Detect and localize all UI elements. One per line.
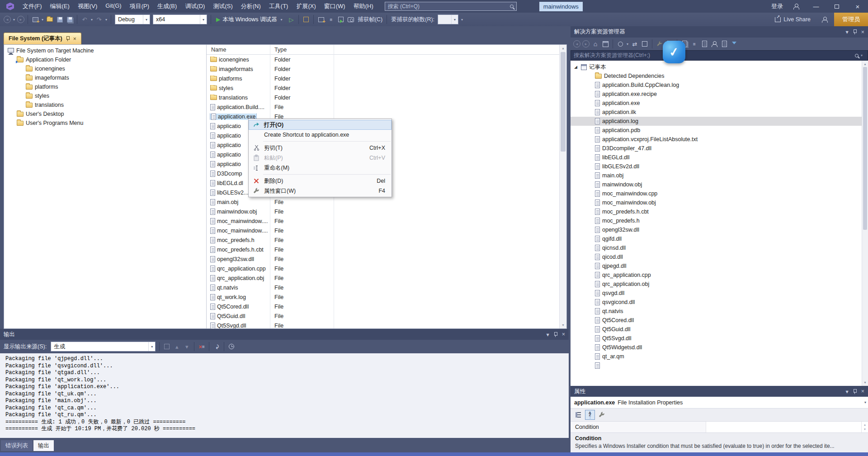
pin-icon[interactable]	[853, 389, 857, 394]
menu-item-13[interactable]: 帮助(H)	[349, 0, 377, 13]
context-menu-item[interactable]: 删除(D)Del	[249, 176, 392, 186]
solution-tree-item[interactable]: moc_predefs.h.cbt	[571, 207, 868, 216]
fs-tree-item[interactable]: iconengines	[4, 64, 206, 73]
tab-file-system[interactable]: File System (记事本)	[4, 33, 81, 44]
fs-tree-item[interactable]: translations	[4, 100, 206, 109]
solution-tree-item[interactable]: qgifd.dll	[571, 234, 868, 243]
redo-dropdown[interactable]	[104, 18, 108, 22]
file-list-row[interactable]: qrc_application.objFile	[207, 273, 559, 283]
file-list-row[interactable]: iconenginesFolder	[207, 55, 559, 64]
solution-tree-item[interactable]: moc_predefs.h	[571, 216, 868, 225]
menu-item-10[interactable]: 工具(T)	[265, 0, 292, 13]
solution-tree-item[interactable]: opengl32sw.dll	[571, 225, 868, 234]
file-list-row[interactable]: moc_mainwindow....File	[207, 226, 559, 235]
timestamp-button[interactable]	[226, 342, 236, 352]
solution-platform-combo[interactable]: x64	[153, 14, 207, 24]
solution-tree-item[interactable]: Qt5Widgetsd.dll	[571, 343, 868, 352]
context-menu-item[interactable]: 剪切(T)Ctrl+X	[249, 143, 392, 153]
navigate-back-dropdown[interactable]	[12, 18, 16, 22]
menu-item-7[interactable]: 调试(D)	[181, 0, 209, 13]
window-position-icon[interactable]	[845, 28, 848, 35]
solution-tree-item[interactable]: libEGLd.dll	[571, 153, 868, 162]
column-header-type[interactable]: Type	[270, 47, 287, 53]
edit-file-button[interactable]	[719, 39, 729, 49]
context-menu-item[interactable]: 粘贴(P)Ctrl+V	[249, 153, 392, 163]
menu-item-6[interactable]: 生成(B)	[153, 0, 181, 13]
find-message-button[interactable]	[162, 342, 172, 352]
solution-tree-item[interactable]: application.vcxproj.FileListAbsolute.txt	[571, 135, 868, 144]
window-layout-button[interactable]	[316, 14, 326, 24]
start-without-debugging-button[interactable]: ▷	[286, 14, 296, 24]
quick-search-box[interactable]: 搜索 (Ctrl+Q)	[385, 2, 517, 11]
build-selection-button[interactable]	[336, 14, 346, 24]
context-menu-item[interactable]: Create Shortcut to application.exe	[249, 130, 392, 140]
menu-item-4[interactable]: Git(G)	[101, 0, 125, 13]
tab-错误列表[interactable]: 错误列表	[1, 440, 33, 451]
next-message-button[interactable]	[182, 342, 192, 352]
file-list-row[interactable]: main.objFile	[207, 197, 559, 207]
menu-item-12[interactable]: 窗口(W)	[320, 0, 349, 13]
solution-tree-item[interactable]: qjpegd.dll	[571, 261, 868, 271]
file-list-row[interactable]: stylesFolder	[207, 83, 559, 93]
solution-tree-item[interactable]: qsvgicond.dll	[571, 298, 868, 307]
output-source-combo[interactable]: 生成	[51, 342, 156, 352]
file-list-row[interactable]: translationsFolder	[207, 93, 559, 102]
floating-overlay-badge[interactable]	[663, 41, 685, 63]
scroll-up-icon[interactable]	[560, 45, 566, 52]
categorized-button[interactable]	[573, 410, 583, 420]
pin-icon[interactable]	[853, 29, 857, 34]
solution-tree-item[interactable]: Qt5Svgd.dll	[571, 334, 868, 343]
capture-frame-button[interactable]	[346, 14, 356, 24]
scroll-up-icon[interactable]	[862, 61, 868, 67]
menu-item-2[interactable]: 编辑(E)	[46, 0, 74, 13]
user-profile-icon[interactable]	[793, 4, 799, 10]
sign-in-button[interactable]: 登录	[768, 2, 787, 10]
context-menu-item[interactable]: 属性窗口(W)F4	[249, 186, 392, 196]
list-view-button[interactable]	[326, 14, 336, 24]
file-list-row[interactable]: qt.natvisFile	[207, 283, 559, 292]
solution-tree-item[interactable]: application.Build.CppClean.log	[571, 81, 868, 90]
context-menu-item[interactable]: 重命名(M)	[249, 163, 392, 173]
new-project-button[interactable]	[30, 14, 40, 24]
property-grid-scrollbar[interactable]	[861, 422, 868, 432]
properties-header[interactable]: 属性	[571, 386, 868, 397]
file-list-row[interactable]: Qt5Guid.dllFile	[207, 311, 559, 321]
solution-explorer-header[interactable]: 解决方案资源管理器	[571, 26, 868, 38]
close-button[interactable]	[847, 0, 868, 13]
fs-tree-item[interactable]: User's Programs Menu	[4, 119, 206, 128]
solution-tree-item[interactable]: qrc_application.obj	[571, 280, 868, 289]
collapse-all-button[interactable]	[640, 39, 650, 49]
new-project-dropdown[interactable]	[40, 18, 45, 22]
solution-root-item[interactable]: ◢记事本	[571, 62, 868, 71]
undo-dropdown[interactable]	[90, 18, 94, 22]
file-list-row[interactable]: qt_work.logFile	[207, 292, 559, 302]
search-options-dropdown[interactable]	[859, 53, 865, 57]
solution-tree-item[interactable]: Detected Dependencies	[571, 71, 868, 81]
save-all-button[interactable]	[65, 14, 75, 24]
navigate-back-button[interactable]	[4, 16, 11, 23]
file-list-row[interactable]: moc_predefs.h.cbtFile	[207, 245, 559, 254]
fs-tree-item[interactable]: platforms	[4, 82, 206, 91]
previous-message-button[interactable]	[172, 342, 182, 352]
file-list-row[interactable]: moc_mainwindow....File	[207, 216, 559, 226]
solution-tree-item[interactable]: Qt5Guid.dll	[571, 325, 868, 334]
output-log[interactable]: Packaging file 'qjpegd.dll'...Packaging …	[0, 353, 569, 438]
solution-tree-item[interactable]: mainwindow.obj	[571, 180, 868, 189]
property-pages-button[interactable]	[597, 410, 607, 420]
pin-icon[interactable]	[66, 36, 70, 41]
context-menu-item[interactable]: 打开(O)	[249, 120, 392, 130]
solution-tree-item[interactable]: qsvgd.dll	[571, 289, 868, 298]
close-tab-icon[interactable]	[73, 36, 76, 42]
back-button[interactable]	[573, 40, 580, 48]
solution-tree-item[interactable]: Qt5Cored.dll	[571, 316, 868, 325]
sync-with-active-document-button[interactable]	[630, 39, 640, 49]
switch-views-button[interactable]	[600, 39, 610, 49]
solution-tree-item[interactable]: moc_mainwindow.obj	[571, 198, 868, 207]
fs-tree-item[interactable]: imageformats	[4, 73, 206, 82]
solution-tree-item[interactable]: D3Dcompiler_47.dll	[571, 144, 868, 153]
scroll-down-icon[interactable]	[862, 379, 868, 386]
menu-item-11[interactable]: 扩展(X)	[292, 0, 320, 13]
frames-to-capture-combo[interactable]	[438, 14, 458, 24]
tab-输出[interactable]: 输出	[33, 440, 54, 451]
solution-tree-item[interactable]: qicnsd.dll	[571, 243, 868, 252]
